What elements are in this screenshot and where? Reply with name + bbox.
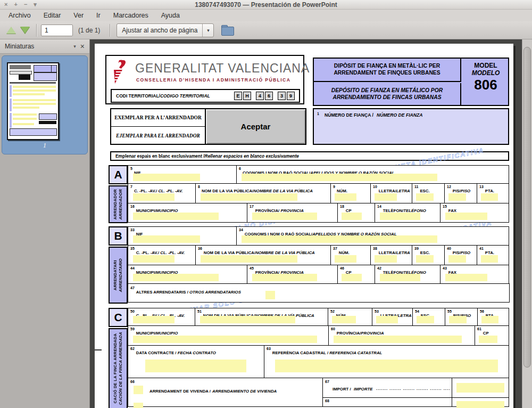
thumb-sketch: [10, 113, 12, 128]
input-55[interactable]: [449, 316, 467, 323]
checkbox-partial[interactable]: [134, 403, 143, 408]
field-59-municipality: 59MUNICIPI/MUNICIPIO: [128, 325, 329, 346]
input-13[interactable]: [481, 193, 498, 201]
field-35-street-type: 35C. -PL. -AV./ CL. -PL. -AV.: [128, 245, 196, 265]
menu-marcadores[interactable]: Marcadores: [107, 11, 155, 20]
model-box: MODEL MODELO 806: [462, 59, 509, 105]
input-56[interactable]: [481, 316, 498, 323]
menu-ayuda[interactable]: Ayuda: [155, 11, 186, 20]
input-14[interactable]: [380, 213, 420, 220]
input-8[interactable]: [201, 193, 297, 201]
input-51[interactable]: [200, 316, 295, 323]
menu-ir[interactable]: Ir: [90, 11, 107, 20]
next-page-button[interactable]: [18, 24, 32, 37]
vertical-scrollbar[interactable]: [522, 39, 532, 408]
exemplar-box: EXEMPLAR PER A L’ARRENDADOR EJEMPLAR PAR…: [110, 108, 304, 145]
input-36[interactable]: [201, 255, 297, 263]
field-63-cadastral-ref: 63REFERÈNCIA CADASTRAL / REFERENCIA CATA…: [264, 345, 509, 378]
section-a-fields: 5NIF 6COGNOMS I NOM O RAÓ SOCIAL/APELLID…: [128, 165, 510, 223]
input-59[interactable]: [133, 336, 317, 343]
input-54[interactable]: [417, 316, 434, 323]
section-a-letter: A: [109, 165, 128, 184]
field-68-input-cell: [452, 397, 509, 407]
fianza-number-box[interactable]: 1 NÚMERO DE FIANÇA / NÚMERO DE FIANZA: [313, 108, 509, 145]
field-11-esc: 11ESC.: [412, 183, 445, 203]
page-thumbnail: [7, 62, 59, 140]
input-42[interactable]: [380, 274, 420, 281]
thumbnail-page-1[interactable]: 1: [2, 55, 88, 154]
input-46[interactable]: [342, 274, 362, 281]
input-50[interactable]: [133, 316, 174, 323]
field-51-street-name: 51NOM DE LA VIA PÚBLICA/NOMBRE DE LA VÍA…: [195, 308, 328, 326]
zoom-mode-select[interactable]: Ajustar al ancho de página ▾: [117, 23, 214, 37]
field-13-door: 13PTA.: [477, 183, 509, 203]
input-43[interactable]: [445, 274, 487, 281]
input-61[interactable]: [479, 336, 497, 343]
input-41[interactable]: [481, 255, 498, 263]
input-35[interactable]: [133, 255, 174, 263]
input-6[interactable]: [242, 174, 437, 181]
chevron-down-icon[interactable]: ▾: [202, 24, 213, 37]
sidebar-menu-chevron-icon[interactable]: ▾: [69, 44, 80, 49]
sidebar-header: Miniaturas ▾ ×: [0, 39, 89, 54]
arrow-up-icon: [6, 27, 16, 34]
scrollbar-thumb[interactable]: [523, 47, 531, 368]
model-label-va: MODEL: [462, 62, 509, 69]
field-42-phone: 42TELÈFON/TELÉFONO: [375, 265, 440, 284]
field-9-number: 9NÚM.: [330, 183, 371, 203]
input-44[interactable]: [133, 274, 219, 281]
page-number-input[interactable]: 1: [41, 25, 73, 36]
previous-page-button[interactable]: [4, 24, 18, 37]
thumbnails-sidebar: Miniaturas ▾ ×: [0, 39, 90, 408]
window-title: 1380747493070 — Presentación de PowerPoi…: [0, 1, 532, 9]
input-45[interactable]: [252, 274, 317, 281]
thumb-sketch: [10, 128, 57, 136]
field-55-floor: 55PIS/PISO: [445, 308, 478, 326]
input-62[interactable]: [145, 360, 246, 372]
input-9[interactable]: [335, 193, 356, 201]
brand-department: CONSELLERIA D’HISENDA I ADMINISTRACIÓ PÚ…: [136, 77, 290, 83]
menu-editar[interactable]: Editar: [37, 11, 68, 20]
field-56-door: 56PTA.: [477, 308, 509, 326]
brand-name: GENERALITAT VALENCIANA: [135, 61, 310, 76]
input-34[interactable]: [242, 235, 437, 243]
checkbox-66[interactable]: [134, 386, 143, 394]
menu-archivo[interactable]: Archivo: [2, 11, 37, 20]
checkbox-47[interactable]: [265, 291, 275, 299]
input-38[interactable]: [375, 255, 397, 263]
open-file-button[interactable]: [221, 25, 234, 35]
input-16[interactable]: [133, 213, 219, 220]
input-53[interactable]: [376, 316, 398, 323]
thumb-sketch: [13, 113, 37, 116]
input-37[interactable]: [335, 255, 356, 263]
accept-button[interactable]: Aceptar: [205, 108, 306, 145]
input-33[interactable]: [133, 235, 200, 243]
input-68[interactable]: [456, 401, 504, 408]
input-17[interactable]: [252, 213, 317, 220]
field-41-door: 41PTA.: [477, 245, 509, 265]
input-60[interactable]: [334, 336, 462, 343]
input-10[interactable]: [375, 193, 397, 201]
input-63[interactable]: [275, 360, 498, 372]
menu-ver[interactable]: Ver: [67, 11, 90, 20]
field-5-nif: 5NIF: [128, 165, 237, 184]
input-40[interactable]: [448, 255, 466, 263]
form-title-es: DEPÓSITO DE FIANZA EN METÁLICO POR ARREN…: [314, 83, 461, 105]
section-a: A ARRENDADORARRENDADOR 5NIF 6COGNOMS I N…: [109, 165, 509, 223]
input-67[interactable]: [456, 383, 504, 393]
input-5[interactable]: [133, 174, 200, 181]
field-67-amount: 67 IMPORT / IMPORTE ....... ....... ....…: [322, 378, 452, 398]
input-12[interactable]: [448, 193, 466, 201]
model-label-es: MODELO: [462, 69, 509, 77]
zoom-mode-value: Ajustar al ancho de página: [117, 27, 202, 34]
input-18[interactable]: [342, 213, 362, 220]
input-52[interactable]: [332, 316, 356, 323]
input-39[interactable]: [416, 255, 434, 263]
section-c-fields: 50C. -PL. -AV./ CL. -PL. -AV. 51NOM DE L…: [128, 308, 510, 407]
section-b-fields: 33NIF 34COGNOMS I NOM O RAÓ SOCIAL/APELL…: [128, 226, 510, 303]
sidebar-title: Miniaturas: [5, 43, 34, 50]
input-15[interactable]: [445, 213, 487, 220]
sidebar-close-icon[interactable]: ×: [80, 42, 85, 51]
input-11[interactable]: [416, 193, 434, 201]
input-7[interactable]: [133, 193, 174, 201]
